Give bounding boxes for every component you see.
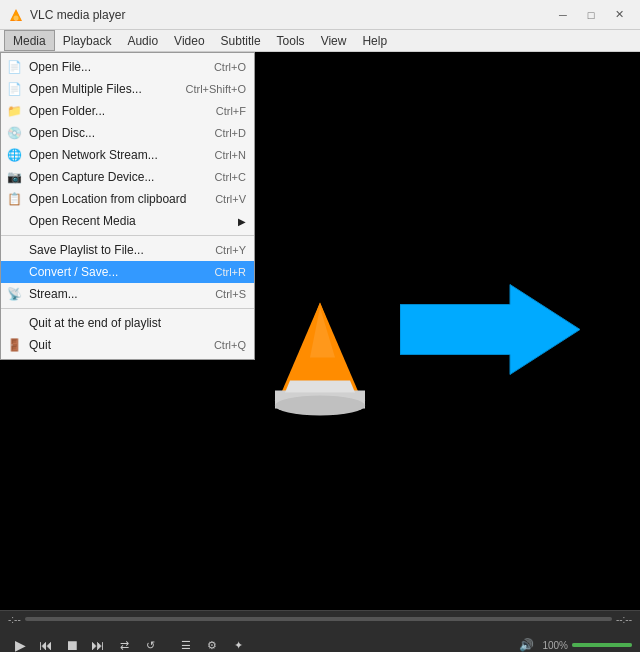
files-icon: 📄 bbox=[7, 82, 22, 96]
menu-save-playlist[interactable]: Save Playlist to File... Ctrl+Y bbox=[1, 239, 254, 261]
vlc-cone bbox=[265, 292, 375, 425]
menu-open-network[interactable]: 🌐 Open Network Stream... Ctrl+N bbox=[1, 144, 254, 166]
seek-bar-container: -:-- --:-- bbox=[0, 611, 640, 627]
loop-button[interactable]: ↺ bbox=[138, 633, 162, 652]
menu-open-file[interactable]: 📄 Open File... Ctrl+O bbox=[1, 56, 254, 78]
menu-item-subtitle[interactable]: Subtitle bbox=[213, 30, 269, 51]
volume-fill bbox=[572, 643, 632, 647]
menu-open-capture[interactable]: 📷 Open Capture Device... Ctrl+C bbox=[1, 166, 254, 188]
extended-button[interactable]: ⚙ bbox=[200, 633, 224, 652]
separator-1 bbox=[1, 235, 254, 236]
window-title: VLC media player bbox=[30, 8, 550, 22]
menu-item-media[interactable]: Media bbox=[4, 30, 55, 51]
capture-icon: 📷 bbox=[7, 170, 22, 184]
menu-quit-playlist[interactable]: Quit at the end of playlist bbox=[1, 312, 254, 334]
disc-icon: 💿 bbox=[7, 126, 22, 140]
minimize-button[interactable]: ─ bbox=[550, 5, 576, 25]
shuffle-button[interactable]: ⇄ bbox=[112, 633, 136, 652]
svg-point-10 bbox=[275, 395, 365, 415]
seek-bar[interactable] bbox=[25, 617, 612, 621]
volume-icon: 🔊 bbox=[514, 633, 538, 652]
stop-button[interactable]: ⏹ bbox=[60, 633, 84, 652]
time-end: --:-- bbox=[616, 614, 632, 625]
menu-open-disc[interactable]: 💿 Open Disc... Ctrl+D bbox=[1, 122, 254, 144]
network-icon: 🌐 bbox=[7, 148, 22, 162]
title-bar: VLC media player ─ □ ✕ bbox=[0, 0, 640, 30]
menu-item-playback[interactable]: Playback bbox=[55, 30, 120, 51]
menu-item-video[interactable]: Video bbox=[166, 30, 212, 51]
svg-marker-2 bbox=[11, 10, 21, 20]
menu-item-tools[interactable]: Tools bbox=[269, 30, 313, 51]
clipboard-icon: 📋 bbox=[7, 192, 22, 206]
menu-open-location[interactable]: 📋 Open Location from clipboard Ctrl+V bbox=[1, 188, 254, 210]
menu-open-recent[interactable]: Open Recent Media ▶ bbox=[1, 210, 254, 232]
menu-item-view[interactable]: View bbox=[313, 30, 355, 51]
volume-bar[interactable] bbox=[572, 643, 632, 647]
volume-section: 🔊 100% bbox=[514, 633, 632, 652]
controls-bar: -:-- --:-- ▶ ⏮ ⏹ ⏭ ⇄ ↺ ☰ ⚙ ✦ 🔊 100% bbox=[0, 610, 640, 652]
menu-item-audio[interactable]: Audio bbox=[119, 30, 166, 51]
menu-open-folder[interactable]: 📁 Open Folder... Ctrl+F bbox=[1, 100, 254, 122]
menu-convert-save[interactable]: Convert / Save... Ctrl+R bbox=[1, 261, 254, 283]
file-icon: 📄 bbox=[7, 60, 22, 74]
media-menu: 📄 Open File... Ctrl+O 📄 Open Multiple Fi… bbox=[0, 52, 255, 360]
controls-buttons: ▶ ⏮ ⏹ ⏭ ⇄ ↺ ☰ ⚙ ✦ 🔊 100% bbox=[0, 627, 640, 652]
menu-quit[interactable]: 🚪 Quit Ctrl+Q bbox=[1, 334, 254, 356]
stream-icon: 📡 bbox=[7, 287, 22, 301]
submenu-arrow: ▶ bbox=[238, 216, 246, 227]
prev-button[interactable]: ⏮ bbox=[34, 633, 58, 652]
blue-arrow bbox=[400, 280, 580, 383]
menu-open-multiple[interactable]: 📄 Open Multiple Files... Ctrl+Shift+O bbox=[1, 78, 254, 100]
separator-2 bbox=[1, 308, 254, 309]
app-icon bbox=[8, 7, 24, 23]
folder-icon: 📁 bbox=[7, 104, 22, 118]
menu-bar: Media Playback Audio Video Subtitle Tool… bbox=[0, 30, 640, 52]
play-button[interactable]: ▶ bbox=[8, 633, 32, 652]
window-controls: ─ □ ✕ bbox=[550, 5, 632, 25]
next-button[interactable]: ⏭ bbox=[86, 633, 110, 652]
effects-button[interactable]: ✦ bbox=[226, 633, 250, 652]
playlist-button[interactable]: ☰ bbox=[174, 633, 198, 652]
svg-marker-9 bbox=[285, 380, 355, 392]
menu-item-help[interactable]: Help bbox=[354, 30, 395, 51]
time-start: -:-- bbox=[8, 614, 21, 625]
svg-marker-3 bbox=[400, 285, 580, 375]
video-area: 📄 Open File... Ctrl+O 📄 Open Multiple Fi… bbox=[0, 52, 640, 610]
quit-icon: 🚪 bbox=[7, 338, 22, 352]
close-button[interactable]: ✕ bbox=[606, 5, 632, 25]
maximize-button[interactable]: □ bbox=[578, 5, 604, 25]
menu-stream[interactable]: 📡 Stream... Ctrl+S bbox=[1, 283, 254, 305]
volume-label: 100% bbox=[542, 640, 568, 651]
